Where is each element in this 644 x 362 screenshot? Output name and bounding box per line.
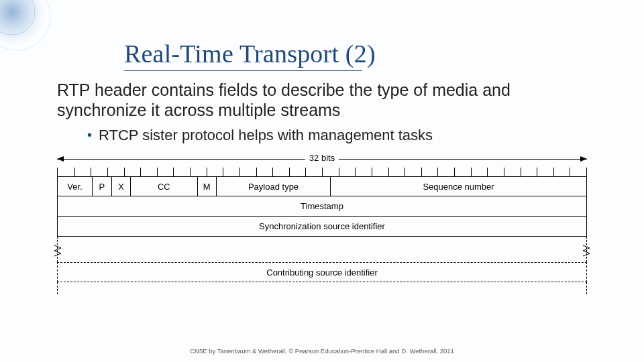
bullet-text: RTCP sister protocol helps with manageme… — [99, 127, 433, 143]
field-row: Ver. P X CC M Payload type Sequence numb… — [57, 176, 587, 196]
bit-ticks — [57, 168, 587, 177]
width-label: 32 bits — [305, 153, 339, 163]
footer-credit: CN5E by Tanenbaum & Wetherall, © Pearson… — [0, 348, 644, 355]
row-timestamp: Timestamp — [57, 196, 587, 217]
row-sync-source: Synchronization source identifier — [57, 217, 587, 237]
body-text-content: RTP header contains fields to describe t… — [57, 80, 511, 119]
bullet-item: •RTCP sister protocol helps with managem… — [87, 127, 644, 144]
gap-row — [57, 237, 587, 262]
break-mark-left-icon — [53, 245, 62, 257]
bullet-dot: • — [87, 127, 92, 142]
corner-decoration — [0, 0, 60, 60]
svg-point-0 — [0, 0, 47, 47]
break-mark-right-icon — [582, 245, 591, 257]
field-p: P — [93, 177, 112, 196]
row-contrib-source: Contributing source identifier — [57, 262, 587, 282]
arrow-right-icon — [580, 156, 587, 162]
field-m: M — [198, 177, 217, 196]
width-label-row: 32 bits — [57, 153, 587, 166]
svg-point-2 — [0, 0, 50, 50]
slide-title: Real-Time Transport (2) — [124, 39, 644, 68]
tail-row — [57, 282, 587, 294]
rtp-header-diagram: 32 bits Ver. P X CC M Payload type Seque… — [57, 153, 587, 294]
field-ver: Ver. — [58, 177, 93, 196]
body-text: RTP header contains fields to describe t… — [57, 80, 597, 120]
field-cc: CC — [131, 177, 197, 196]
arrow-left-icon — [57, 156, 64, 162]
field-x: X — [112, 177, 131, 196]
field-sequence: Sequence number — [331, 177, 586, 196]
svg-point-1 — [0, 0, 35, 35]
field-payload-type: Payload type — [217, 177, 331, 196]
title-underline — [124, 70, 362, 71]
